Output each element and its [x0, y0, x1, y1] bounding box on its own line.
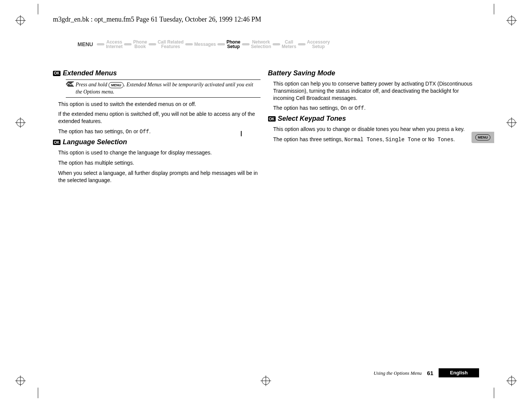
body-text: This option allows you to change or disa…	[273, 126, 476, 133]
language-box: English	[439, 368, 479, 377]
menu-key-icon: MENU	[109, 82, 124, 88]
language-selection-title: Language Selection	[63, 139, 127, 146]
tip-icon	[66, 81, 76, 96]
nav-item-call-meters: CallMeters	[282, 40, 296, 49]
nav-separator-icon	[124, 43, 132, 45]
body-text: This option can help you to conserve bat…	[273, 80, 476, 102]
manual-page: { "header_path": "m3gdr_en.bk : opt_menu…	[0, 0, 532, 402]
ok-badge-icon: OK	[53, 71, 60, 76]
right-column: Battery Saving Mode This option can help…	[268, 67, 476, 187]
nav-separator-icon	[298, 43, 306, 45]
side-tab: MENU	[472, 132, 494, 143]
registration-mark-icon	[15, 376, 26, 386]
page-footer: Using the Options Menu 61 English	[374, 368, 479, 377]
menu-key-icon: MENU	[475, 134, 491, 140]
nav-separator-icon	[97, 43, 104, 45]
registration-mark-icon	[506, 376, 517, 386]
page-number: 61	[427, 370, 433, 376]
nav-separator-icon	[185, 43, 193, 45]
registration-mark-icon	[15, 15, 26, 26]
body-text: The option has two settings, On or Off.	[58, 128, 261, 136]
body-text: This option is used to switch the extend…	[58, 101, 261, 108]
ok-badge-icon: OK	[268, 116, 276, 122]
nav-item-phone-book: PhoneBook	[133, 40, 147, 49]
nav-separator-icon	[217, 43, 225, 45]
menu-nav-items: MENU AccessInternet PhoneBook Call Relat…	[78, 40, 473, 49]
section-language-selection: OK Language Selection	[53, 139, 261, 146]
crop-mark	[38, 388, 38, 398]
registration-mark-icon	[506, 15, 517, 26]
body-text: If the extended menu option is switched …	[58, 111, 261, 125]
nav-item-accessory-setup: AccessorySetup	[307, 40, 330, 49]
crop-mark	[38, 4, 38, 14]
body-text: This option is used to change the langua…	[58, 149, 261, 156]
section-battery-saving: Battery Saving Mode	[268, 70, 476, 77]
nav-item-phone-setup: PhoneSetup	[226, 40, 240, 49]
ok-badge-icon: OK	[53, 140, 60, 145]
left-column: OK Extended Menus Press and hold MENU. E…	[53, 67, 261, 187]
nav-separator-icon	[242, 43, 250, 45]
body-text: The option has multiple settings.	[58, 159, 261, 167]
section-keypad-tones: OK Select Keypad Tones	[268, 115, 476, 123]
registration-mark-icon	[506, 117, 517, 128]
content-columns: OK Extended Menus Press and hold MENU. E…	[53, 67, 475, 187]
nav-separator-icon	[149, 43, 156, 45]
body-text: The option has two settings, On or Off.	[273, 104, 476, 112]
body-text: When you select a language, all further …	[58, 170, 261, 184]
nav-item-messages: Messages	[194, 42, 216, 47]
crop-mark	[494, 388, 494, 398]
registration-mark-icon	[15, 117, 26, 128]
body-text: The option has three settings, Normal To…	[273, 136, 476, 143]
nav-menu-label: MENU	[78, 41, 95, 47]
section-extended-menus: OK Extended Menus	[53, 70, 261, 77]
nav-item-network-selection: NetworkSelection	[251, 40, 271, 49]
nav-separator-icon	[273, 43, 280, 45]
registration-mark-icon	[261, 376, 271, 386]
battery-saving-title: Battery Saving Mode	[268, 70, 335, 77]
extended-menus-title: Extended Menus	[63, 70, 117, 77]
nav-item-access-internet: AccessInternet	[106, 40, 123, 49]
tip-box: Press and hold MENU. Extended Menus will…	[66, 79, 261, 98]
nav-item-call-features: Call RelatedFeatures	[158, 40, 184, 49]
crop-mark	[494, 4, 494, 14]
menu-nav: MENU AccessInternet PhoneBook Call Relat…	[78, 40, 473, 49]
header-path: m3gdr_en.bk : opt_menu.fm5 Page 61 Tuesd…	[53, 15, 261, 24]
tip-text: Press and hold MENU. Extended Menus will…	[76, 81, 261, 96]
keypad-tones-title: Select Keypad Tones	[278, 115, 346, 123]
column-divider	[241, 131, 242, 136]
running-head: Using the Options Menu	[374, 371, 422, 376]
